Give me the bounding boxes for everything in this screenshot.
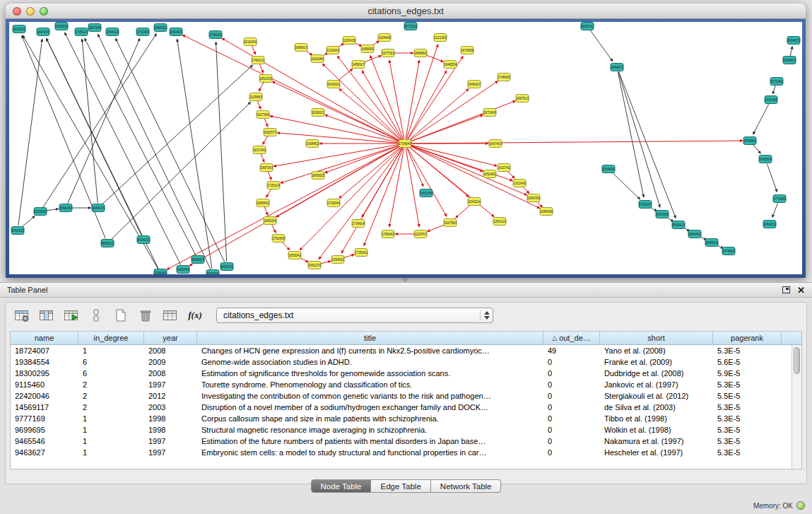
graph-node[interactable]: 2260351 bbox=[154, 269, 167, 275]
graph-node[interactable]: 1977163 bbox=[382, 49, 394, 57]
graph-node[interactable]: 1772340 bbox=[136, 28, 149, 36]
graph-node[interactable]: 1922083 bbox=[311, 55, 324, 63]
float-panel-icon[interactable] bbox=[782, 286, 790, 293]
graph-node[interactable]: 1969962 bbox=[414, 49, 427, 57]
column-header-title[interactable]: title bbox=[197, 332, 543, 344]
graph-node[interactable]: 1830021 bbox=[312, 109, 324, 117]
graph-node[interactable]: 9343123 bbox=[11, 227, 24, 235]
table-row[interactable]: 1938455462009Genome-wide association stu… bbox=[11, 356, 801, 368]
scrollbar-thumb[interactable] bbox=[794, 347, 800, 374]
graph-node[interactable]: 9505313 bbox=[101, 240, 114, 247]
graph-node[interactable]: 1311643 bbox=[513, 180, 526, 187]
table-disabled-icon[interactable] bbox=[161, 307, 180, 324]
graph-node[interactable]: 2120433 bbox=[326, 47, 339, 54]
table-row[interactable]: 969969511998Structural magnetic resonanc… bbox=[11, 424, 801, 436]
graph-node[interactable]: 9350342 bbox=[206, 270, 219, 275]
graph-node[interactable]: 8572302 bbox=[404, 23, 417, 30]
graph-node[interactable]: 1851030 bbox=[259, 75, 272, 83]
graph-node[interactable]: 9453023 bbox=[192, 256, 204, 264]
graph-node[interactable]: 9245012 bbox=[705, 239, 718, 247]
graph-node[interactable]: 1851662 bbox=[483, 170, 496, 178]
graph-node[interactable]: 1760121 bbox=[252, 57, 264, 64]
delete-icon[interactable] bbox=[136, 307, 155, 324]
graph-node[interactable]: 1938452 bbox=[306, 140, 319, 148]
graph-node[interactable]: 1734914 bbox=[352, 220, 365, 228]
graph-node[interactable]: 1927583 bbox=[444, 219, 457, 227]
graph-node[interactable]: 1973458 bbox=[461, 47, 473, 54]
table-settings-icon[interactable] bbox=[13, 307, 31, 324]
graph-node[interactable]: 1745083 bbox=[498, 74, 510, 81]
graph-node[interactable]: 1827345 bbox=[88, 24, 101, 32]
graph-node[interactable]: 1954759 bbox=[527, 194, 540, 202]
close-button[interactable] bbox=[13, 7, 21, 16]
minimize-button[interactable] bbox=[26, 7, 35, 16]
tab-edge-table[interactable]: Edge Table bbox=[371, 479, 430, 493]
graph-node[interactable]: 1724049 bbox=[399, 140, 411, 148]
table-row[interactable]: 1456911722003Disruption of a novel membe… bbox=[11, 402, 801, 413]
graph-node[interactable]: 1905634 bbox=[55, 23, 68, 30]
graph-node[interactable]: 1559581 bbox=[743, 137, 756, 145]
graph-node[interactable]: 1224707 bbox=[414, 230, 427, 238]
tab-node-table[interactable]: Node Table bbox=[311, 479, 372, 493]
select-columns-icon[interactable] bbox=[37, 307, 56, 324]
graph-node[interactable]: 1669050 bbox=[361, 45, 374, 53]
graph-node[interactable]: 9634072 bbox=[787, 37, 800, 45]
graph-node[interactable]: 1725344 bbox=[327, 199, 340, 207]
graph-node[interactable]: 1662577 bbox=[264, 129, 276, 136]
graph-node[interactable]: 2016334 bbox=[244, 38, 257, 46]
graph-node[interactable]: 9252342 bbox=[220, 263, 233, 271]
table-scrollbar[interactable] bbox=[792, 345, 801, 469]
column-header-in_degree[interactable]: in_degree bbox=[78, 332, 144, 344]
graph-node[interactable]: 2520653 bbox=[34, 208, 47, 216]
graph-node[interactable]: 9634233 bbox=[137, 236, 150, 244]
import-table-icon[interactable] bbox=[62, 307, 81, 324]
graph-node[interactable]: 1431453 bbox=[765, 96, 777, 104]
graph-node[interactable]: 2054122 bbox=[106, 28, 119, 36]
table-row[interactable]: 977716911998Corpus callosum shape and si… bbox=[11, 413, 801, 424]
graph-node[interactable]: 1682504 bbox=[759, 156, 772, 163]
graph-node[interactable]: 1883025 bbox=[312, 172, 324, 180]
close-panel-icon[interactable]: ✕ bbox=[797, 286, 805, 294]
graph-node[interactable]: 1927364 bbox=[257, 111, 269, 119]
graph-node[interactable]: 1837342 bbox=[253, 146, 266, 154]
zoom-button[interactable] bbox=[40, 7, 48, 16]
graph-node[interactable]: 6793107 bbox=[639, 201, 652, 209]
graph-node[interactable]: 1857513 bbox=[516, 95, 529, 103]
graph-node[interactable]: 1456917 bbox=[352, 61, 365, 69]
graph-node[interactable]: 1864872 bbox=[611, 64, 623, 71]
graph-node[interactable]: 2043114 bbox=[468, 198, 481, 206]
graph-node[interactable]: 1892343 bbox=[59, 204, 72, 212]
graph-node[interactable]: 1851345 bbox=[420, 189, 433, 197]
graph-node[interactable]: 1872406 bbox=[483, 109, 496, 117]
column-header-short[interactable]: short bbox=[600, 332, 713, 344]
graph-node[interactable]: 9050133 bbox=[92, 204, 105, 212]
graph-node[interactable]: 1863201 bbox=[763, 221, 776, 228]
graph-node[interactable]: 1946327 bbox=[468, 81, 481, 88]
graph-node[interactable]: 9342162 bbox=[656, 211, 669, 218]
graph-node[interactable]: 1997343 bbox=[260, 164, 273, 172]
column-header-name[interactable]: name bbox=[11, 332, 78, 344]
graph-node[interactable]: 1735262 bbox=[355, 249, 367, 257]
graph-node[interactable]: 1866910 bbox=[295, 44, 307, 52]
graph-node[interactable]: 1923443 bbox=[177, 266, 189, 274]
graph-node[interactable]: 1154408 bbox=[378, 34, 391, 42]
graph-node[interactable]: 9272341 bbox=[770, 78, 783, 86]
table-row[interactable]: 946554611997Estimation of the future num… bbox=[11, 436, 801, 447]
graph-node[interactable]: 1254113 bbox=[493, 218, 506, 226]
graph-node[interactable]: 1610742 bbox=[498, 164, 510, 172]
graph-node[interactable]: 1667403 bbox=[489, 140, 502, 148]
graph-node[interactable]: 1863423 bbox=[170, 28, 182, 36]
graph-node[interactable]: 1983562 bbox=[257, 199, 269, 207]
tab-network-table[interactable]: Network Table bbox=[431, 479, 502, 493]
graph-node[interactable]: 9474523 bbox=[722, 247, 735, 255]
graph-node[interactable]: 1946554 bbox=[444, 61, 457, 69]
graph-node[interactable]: 1763450 bbox=[272, 235, 285, 243]
graph-node[interactable]: 9154092 bbox=[602, 165, 615, 173]
graph-node[interactable]: 1725124 bbox=[267, 182, 280, 189]
table-row[interactable]: 1872400712008Changes of HCN gene express… bbox=[11, 345, 801, 356]
graph-node[interactable]: 1905334 bbox=[264, 217, 276, 225]
graph-node[interactable]: 9154603 bbox=[783, 57, 796, 64]
graph-node[interactable]: 2054033 bbox=[331, 256, 344, 264]
graph-node[interactable]: 1735123 bbox=[75, 28, 88, 36]
window-titlebar[interactable]: citations_edges.txt bbox=[6, 4, 806, 19]
